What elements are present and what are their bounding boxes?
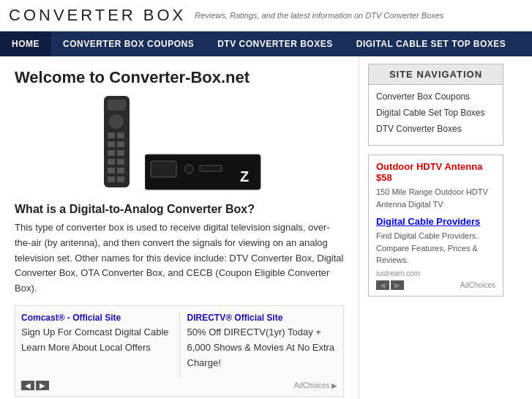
- svg-rect-3: [108, 133, 115, 138]
- sidebar-ad: Outdoor HDTV Antenna $58 150 Mile Range …: [368, 154, 503, 297]
- ad1-text: Sign Up For Comcast Digital Cable Learn …: [21, 325, 172, 356]
- svg-rect-1: [108, 100, 126, 111]
- svg-text:Z: Z: [240, 168, 249, 184]
- list-item: Converter Box Coupons: [376, 91, 495, 102]
- ad-item-2: DIRECTV® Official Site 50% Off DIRECTV(1…: [187, 312, 338, 378]
- ad-divider: [179, 312, 180, 378]
- ad-box-main: Comcast® - Official Site Sign Up For Com…: [15, 305, 344, 397]
- converter-image: Z: [15, 96, 344, 191]
- list-item: Digital Cable Set Top Boxes: [376, 107, 495, 119]
- section1-heading: What is a Digital-to-Analog Converter Bo…: [15, 203, 344, 216]
- sidebar-ad2-text: Find Digital Cable Providers. Compare Fe…: [376, 230, 495, 266]
- sidebar-ad-choices: AdChoices: [460, 281, 495, 289]
- sidebar-ad-source: iustream.com: [376, 269, 495, 277]
- sidebar-ad1-title: Outdoor HDTV Antenna $58: [376, 161, 495, 183]
- sidebar-ad-next[interactable]: ▶: [391, 280, 404, 290]
- svg-rect-16: [151, 161, 176, 177]
- svg-rect-5: [108, 141, 115, 147]
- svg-rect-6: [117, 141, 124, 147]
- svg-point-2: [109, 114, 124, 129]
- ad-item-1: Comcast® - Official Site Sign Up For Com…: [21, 312, 172, 378]
- svg-rect-19: [200, 165, 222, 171]
- sidebar-ad-prev[interactable]: ◀: [376, 280, 389, 290]
- welcome-heading: Welcome to Converter-Box.net: [15, 68, 344, 87]
- sidebar-nav-box: SITE NAVIGATION Converter Box Coupons Di…: [368, 64, 503, 146]
- ad-next[interactable]: ▶: [36, 381, 49, 390]
- nav-dtv[interactable]: DTV CONVERTER BOXES: [206, 31, 345, 56]
- site-header: CONVERTER BOX Reviews, Ratings, and the …: [0, 0, 532, 31]
- ad-choices-label: AdChoices ▶: [294, 381, 337, 389]
- ad2-link[interactable]: DIRECTV® Official Site: [187, 313, 283, 323]
- svg-rect-12: [117, 168, 124, 174]
- main-nav: HOME CONVERTER BOX COUPONS DTV CONVERTER…: [0, 31, 532, 56]
- ad2-text: 50% Off DIRECTV(1yr) Today + 6,000 Shows…: [187, 325, 338, 370]
- sidebar-ad2-link[interactable]: Digital Cable Providers: [376, 216, 480, 227]
- ad-inner: Comcast® - Official Site Sign Up For Com…: [21, 312, 337, 378]
- nav-home[interactable]: HOME: [0, 31, 51, 56]
- svg-rect-4: [117, 133, 124, 138]
- nav-digital-cable[interactable]: DIGITAL CABLE SET TOP BOXES: [345, 31, 518, 56]
- svg-rect-10: [117, 159, 124, 165]
- page-layout: Welcome to Converter-Box.net: [0, 56, 532, 399]
- list-item: DTV Converter Boxes: [376, 123, 495, 135]
- svg-point-18: [184, 165, 193, 174]
- site-title-text: CONVERTER BOX: [9, 6, 186, 24]
- svg-rect-9: [108, 159, 115, 165]
- ad-nav[interactable]: ◀ ▶: [21, 381, 49, 390]
- ad-prev[interactable]: ◀: [21, 381, 34, 390]
- sidebar-item-coupons[interactable]: Converter Box Coupons: [376, 92, 470, 102]
- sidebar-ad1-text: 150 Mile Range Outdoor HDTV Antenna Digi…: [376, 186, 495, 210]
- svg-rect-8: [117, 150, 124, 156]
- sidebar: SITE NAVIGATION Converter Box Coupons Di…: [359, 56, 512, 399]
- sidebar-item-dtv[interactable]: DTV Converter Boxes: [376, 124, 462, 134]
- site-title: CONVERTER BOX: [9, 6, 186, 25]
- sidebar-nav-list: Converter Box Coupons Digital Cable Set …: [369, 85, 503, 145]
- sidebar-ad-footer: ◀ ▶ AdChoices: [376, 280, 495, 290]
- svg-rect-11: [108, 168, 115, 174]
- ad-footer: ◀ ▶ AdChoices ▶: [21, 381, 337, 390]
- svg-rect-7: [108, 150, 115, 156]
- sidebar-item-digital-cable[interactable]: Digital Cable Set Top Boxes: [376, 108, 485, 118]
- sidebar-ad1-price: $58: [376, 172, 392, 183]
- sidebar-ad2-title: Digital Cable Providers: [376, 216, 495, 227]
- site-tagline: Reviews, Ratings, and the latest informa…: [195, 11, 443, 20]
- svg-rect-13: [108, 176, 115, 182]
- svg-rect-14: [117, 176, 124, 182]
- sidebar-nav-heading: SITE NAVIGATION: [369, 64, 503, 85]
- main-content: Welcome to Converter-Box.net: [0, 56, 359, 399]
- ad1-link[interactable]: Comcast® - Official Site: [21, 313, 121, 323]
- nav-coupons[interactable]: CONVERTER BOX COUPONS: [51, 31, 206, 56]
- sidebar-ad-nav[interactable]: ◀ ▶: [376, 280, 404, 290]
- section1-para: This type of converter box is used to re…: [15, 220, 344, 297]
